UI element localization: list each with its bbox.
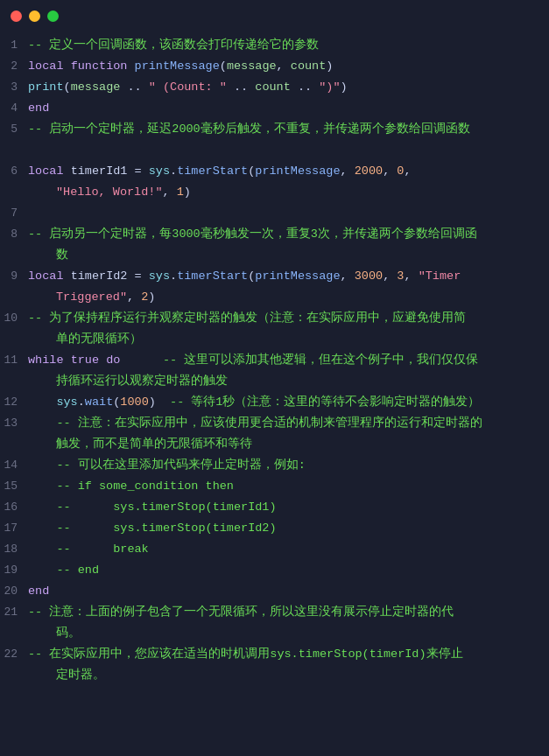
code-line: 12 sys.wait(1000) -- 等待1秒（注意：这里的等待不会影响定时… xyxy=(0,392,549,413)
line-number: 19 xyxy=(0,561,28,580)
token-comment: 数 xyxy=(56,248,68,262)
token-func: timerStart xyxy=(177,164,248,178)
token-func: wait xyxy=(85,396,113,409)
token-comment: -- break xyxy=(28,542,149,556)
token-comment: -- 启动另一个定时器，每3000毫秒触发一次，重复3次，并传递两个参数给回调函 xyxy=(28,228,477,241)
code-line: 20end xyxy=(0,581,549,602)
code-line: 19 -- end xyxy=(0,560,549,581)
line-number: 7 xyxy=(0,204,28,223)
token-plain: , xyxy=(341,270,355,283)
token-builtin: sys xyxy=(149,270,170,283)
line-content: -- end xyxy=(28,561,549,580)
token-comment: -- 等待1秒（注意：这里的等待不会影响定时器的触发） xyxy=(170,396,480,409)
minimize-button[interactable] xyxy=(29,10,40,22)
token-param: message xyxy=(227,60,277,73)
line-number: 1 xyxy=(0,36,28,55)
token-comment: 单的无限循环） xyxy=(56,332,142,346)
token-plain xyxy=(64,354,71,367)
window: 1-- 定义一个回调函数，该函数会打印传递给它的参数2local functio… xyxy=(0,0,549,756)
line-number: 14 xyxy=(0,456,28,475)
token-keyword: true xyxy=(71,354,99,367)
token-plain: ) xyxy=(341,80,348,94)
line-content: end xyxy=(28,582,549,601)
line-content: -- 在实际应用中，您应该在适当的时机调用sys.timerStop(timer… xyxy=(28,645,549,664)
token-plain: . xyxy=(170,164,177,178)
token-comment: -- 启动一个定时器，延迟2000毫秒后触发，不重复，并传递两个参数给回调函数 xyxy=(28,122,470,136)
line-number: 15 xyxy=(0,477,28,496)
token-plain xyxy=(64,270,71,283)
code-line: 数 xyxy=(0,245,549,266)
line-content: sys.wait(1000) -- 等待1秒（注意：这里的等待不会影响定时器的触… xyxy=(28,393,549,412)
token-comment: -- 注意：在实际应用中，应该使用更合适的机制来管理程序的运行和定时器的 xyxy=(56,416,482,430)
line-content: local timerId1 = sys.timerStart(printMes… xyxy=(28,162,549,181)
line-content: 持循环运行以观察定时器的触发 xyxy=(28,372,549,391)
token-comment: -- 定义一个回调函数，该函数会打印传递给它的参数 xyxy=(28,38,319,52)
line-number: 16 xyxy=(0,498,28,517)
code-line: "Hello, World!", 1) xyxy=(0,182,549,203)
line-content: print(message .. " (Count: " .. count ..… xyxy=(28,78,549,97)
token-string: " (Count: " xyxy=(149,80,227,94)
line-number: 13 xyxy=(0,414,28,433)
token-plain xyxy=(28,416,56,430)
token-comment: 持循环运行以观察定时器的触发 xyxy=(56,374,228,388)
code-line: 10-- 为了保持程序运行并观察定时器的触发（注意：在实际应用中，应避免使用简 xyxy=(0,308,549,329)
token-plain: , xyxy=(383,164,397,178)
code-area: 1-- 定义一个回调函数，该函数会打印传递给它的参数2local functio… xyxy=(0,32,549,756)
token-plain: .. xyxy=(120,80,148,94)
line-number: 5 xyxy=(0,120,28,139)
token-builtin: sys xyxy=(149,164,170,178)
token-plain: ( xyxy=(64,80,71,94)
line-content: 触发，而不是简单的无限循环和等待 xyxy=(28,435,549,454)
token-keyword: do xyxy=(106,354,120,367)
token-plain: , xyxy=(277,60,291,73)
token-keyword: local xyxy=(28,164,64,178)
token-var: timerId2 xyxy=(71,270,128,283)
code-line: 持循环运行以观察定时器的触发 xyxy=(0,371,549,392)
token-func: printMessage xyxy=(255,164,340,178)
token-var: timerId1 xyxy=(71,164,128,178)
token-comment: -- if some_condition then xyxy=(28,480,234,493)
line-number: 11 xyxy=(0,351,28,370)
token-string: "Hello, World!" xyxy=(56,186,163,199)
code-line: 6local timerId1 = sys.timerStart(printMe… xyxy=(0,161,549,182)
code-line: 码。 xyxy=(0,623,549,644)
token-plain xyxy=(120,354,163,367)
line-content: "Hello, World!", 1) xyxy=(28,183,549,202)
close-button[interactable] xyxy=(11,10,22,22)
token-plain: .. xyxy=(227,80,255,94)
titlebar xyxy=(0,0,549,32)
token-comment: -- 这里可以添加其他逻辑，但在这个例子中，我们仅仅保 xyxy=(163,354,478,367)
token-plain: , xyxy=(383,270,397,283)
code-line: 4end xyxy=(0,98,549,119)
line-content: -- 可以在这里添加代码来停止定时器，例如: xyxy=(28,456,549,475)
code-line: 18 -- break xyxy=(0,539,549,560)
token-builtin: sys xyxy=(56,396,77,409)
code-line: 14 -- 可以在这里添加代码来停止定时器，例如: xyxy=(0,455,549,476)
line-content: 单的无限循环） xyxy=(28,330,549,349)
code-line: 9local timerId2 = sys.timerStart(printMe… xyxy=(0,266,549,287)
token-plain: . xyxy=(78,396,85,409)
line-content xyxy=(28,204,549,223)
code-line: Triggered", 2) xyxy=(0,287,549,308)
line-content: Triggered", 2) xyxy=(28,288,549,307)
code-line: 17 -- sys.timerStop(timerId2) xyxy=(0,518,549,539)
token-comment: -- 为了保持程序运行并观察定时器的触发（注意：在实际应用中，应避免使用简 xyxy=(28,312,466,325)
token-plain: . xyxy=(170,270,177,283)
token-plain xyxy=(28,396,56,409)
line-content: 码。 xyxy=(28,624,549,643)
code-line: 22-- 在实际应用中，您应该在适当的时机调用sys.timerStop(tim… xyxy=(0,644,549,665)
token-comment: 定时器。 xyxy=(56,668,105,682)
line-content: -- 为了保持程序运行并观察定时器的触发（注意：在实际应用中，应避免使用简 xyxy=(28,309,549,328)
code-line: 16 -- sys.timerStop(timerId1) xyxy=(0,497,549,518)
token-plain: ) xyxy=(149,396,170,409)
line-content: local function printMessage(message, cou… xyxy=(28,57,549,76)
token-number: 2000 xyxy=(355,164,383,178)
token-func: printMessage xyxy=(135,60,220,73)
code-line xyxy=(0,140,549,161)
line-number: 8 xyxy=(0,225,28,244)
code-line: 15 -- if some_condition then xyxy=(0,476,549,497)
token-param: message xyxy=(71,80,121,94)
maximize-button[interactable] xyxy=(47,10,59,22)
token-comment: -- 在实际应用中，您应该在适当的时机调用sys.timerStop(timer… xyxy=(28,648,463,661)
token-number: 1000 xyxy=(120,396,148,409)
